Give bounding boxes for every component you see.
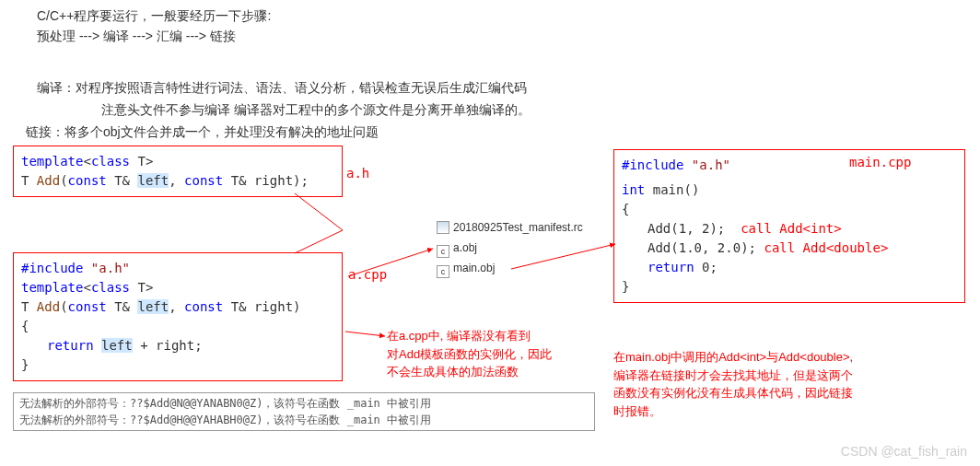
intro-line4: 注意头文件不参与编译 编译器对工程中的多个源文件是分离开单独编译的。 — [101, 99, 531, 120]
svg-line-0 — [295, 193, 343, 230]
label-acpp: a.cpp — [348, 267, 387, 282]
error-line2: 无法解析的外部符号：??$Add@H@@YAHABH0@Z)，该符号在函数 _m… — [19, 412, 589, 428]
note-acpp: 在a.cpp中, 编译器没有看到 对Add模板函数的实例化，因此 不会生成具体的… — [387, 327, 589, 381]
rc-icon — [437, 221, 449, 234]
intro-line2: 预处理 ---> 编译 ---> 汇编 ---> 链接 — [37, 26, 236, 46]
comment-addint: call Add<int> — [741, 221, 842, 236]
label-ah: a.h — [346, 166, 369, 181]
intro-line3: 编译：对程序按照语言特性进行词法、语法、语义分析，错误检查无误后生成汇编代码 — [37, 77, 527, 98]
error-line1: 无法解析的外部符号：??$Add@N@@YANABN0@Z)，该符号在函数 _m… — [19, 395, 589, 412]
intro-line5: 链接：将多个obj文件合并成一个，并处理没有解决的地址问题 — [26, 122, 379, 142]
comment-adddouble: call Add<double> — [764, 240, 888, 255]
fn-add: Add — [37, 173, 60, 188]
file-mainobj: cmain.obj — [437, 262, 495, 278]
file-aobj: ca.obj — [437, 241, 477, 258]
file-manifest: 20180925Test_manifest.rc — [437, 221, 583, 234]
obj-icon: c — [437, 245, 449, 258]
codebox-maincpp: #include "a.h" int main() { Add(1, 2); c… — [613, 149, 965, 303]
error-box: 无法解析的外部符号：??$Add@N@@YANABN0@Z)，该符号在函数 _m… — [13, 392, 595, 431]
intro-line1: C/C++程序要运行，一般要经历一下步骤: — [37, 6, 271, 26]
svg-line-4 — [511, 244, 615, 269]
svg-line-1 — [295, 230, 343, 253]
label-maincpp: main.cpp — [849, 155, 911, 169]
obj-icon: c — [437, 265, 449, 278]
watermark: CSDN @cat_fish_rain — [841, 444, 967, 459]
svg-line-3 — [345, 332, 385, 336]
kw-template: template — [21, 154, 83, 169]
note-mainobj: 在main.obj中调用的Add<int>与Add<double>, 编译器在链… — [613, 348, 973, 420]
codebox-acpp: #include "a.h" template<class T> T Add(c… — [13, 252, 343, 381]
codebox-ah: template<class T> T Add(const T& left, c… — [13, 146, 343, 197]
